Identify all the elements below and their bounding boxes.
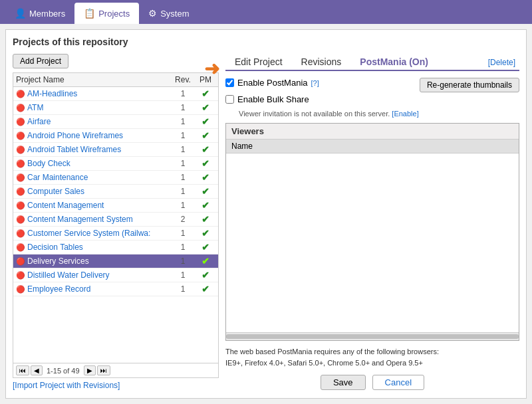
cancel-button[interactable]: Cancel xyxy=(372,375,424,390)
project-name-link[interactable]: Airfare xyxy=(27,117,170,126)
pagination-last[interactable]: ⏭ xyxy=(97,365,110,375)
project-name-link[interactable]: Decision Tables xyxy=(27,243,170,252)
nav-tab-members[interactable]: 👤 Members xyxy=(5,3,74,24)
table-row[interactable]: 🔴Employee Record1✔ xyxy=(13,282,218,296)
project-table: Project Name Rev. PM 🔴AM-Headlines1✔🔴ATM… xyxy=(13,72,219,378)
project-name-link[interactable]: Employee Record xyxy=(27,284,170,294)
project-name-link[interactable]: ATM xyxy=(27,103,170,112)
enable-bulk-share-checkbox[interactable] xyxy=(225,95,234,104)
project-rev-count: 1 xyxy=(170,256,196,266)
table-row[interactable]: 🔴Android Phone Wireframes1✔ xyxy=(13,129,218,143)
project-rev-count: 1 xyxy=(170,117,196,126)
project-rev-count: 1 xyxy=(170,284,196,294)
project-rev-count: 1 xyxy=(170,187,196,196)
tab-postmania[interactable]: PostMania (On) xyxy=(350,54,438,70)
viewers-scrollbar-thumb xyxy=(226,334,519,339)
table-row[interactable]: 🔴Airfare1✔ xyxy=(13,115,218,129)
project-pm-check: ✔ xyxy=(196,242,215,252)
project-row-icon: 🔴 xyxy=(16,285,25,294)
delete-link[interactable]: [Delete] xyxy=(484,55,519,70)
postmania-help-link[interactable]: [?] xyxy=(311,79,319,87)
top-navigation: 👤 Members 📋 Projects ⚙ System xyxy=(0,0,532,24)
table-row[interactable]: 🔴Delivery Services1✔ xyxy=(13,254,218,268)
project-row-icon: 🔴 xyxy=(16,187,25,196)
add-project-button[interactable]: Add Project xyxy=(13,54,68,68)
project-pm-check: ✔ xyxy=(196,116,215,127)
enable-postmania-checkbox[interactable] xyxy=(225,78,234,87)
project-pm-check: ✔ xyxy=(196,144,215,155)
project-name-link[interactable]: Body Check xyxy=(27,159,170,168)
left-panel: Add Project Project Name Rev. PM 🔴AM-Hea… xyxy=(13,54,219,390)
table-row[interactable]: 🔴Distilled Water Delivery1✔ xyxy=(13,268,218,282)
pagination-next[interactable]: ▶ xyxy=(84,365,96,375)
project-pm-check: ✔ xyxy=(196,214,215,225)
header-rev: Rev. xyxy=(170,75,196,84)
save-button[interactable]: Save xyxy=(321,375,366,390)
browser-note-line2: IE9+, Firefox 4.0+, Safari 5.0+, Chrome … xyxy=(225,359,423,367)
project-name-link[interactable]: Android Phone Wireframes xyxy=(27,131,170,140)
project-pm-check: ✔ xyxy=(196,158,215,169)
header-project-name: Project Name xyxy=(16,75,170,84)
project-pm-check: ✔ xyxy=(196,256,215,266)
table-row[interactable]: 🔴AM-Headlines1✔ xyxy=(13,87,218,101)
nav-tab-system[interactable]: ⚙ System xyxy=(139,3,198,24)
table-row[interactable]: 🔴Body Check1✔ xyxy=(13,157,218,171)
table-row[interactable]: 🔴ATM1✔ xyxy=(13,101,218,115)
table-row[interactable]: 🔴Decision Tables1✔ xyxy=(13,241,218,254)
table-row[interactable]: 🔴Content Management System2✔ xyxy=(13,213,218,227)
tab-edit-project[interactable]: Edit Project xyxy=(225,54,292,70)
nav-tab-projects[interactable]: 📋 Projects xyxy=(74,3,139,24)
viewers-list xyxy=(226,153,519,332)
table-row[interactable]: 🔴Computer Sales1✔ xyxy=(13,185,218,199)
project-name-link[interactable]: Car Maintenance xyxy=(27,173,170,182)
table-row[interactable]: 🔴Car Maintenance1✔ xyxy=(13,171,218,185)
viewers-name-column-header: Name xyxy=(226,140,519,153)
project-pm-check: ✔ xyxy=(196,228,215,239)
project-rev-count: 1 xyxy=(170,201,196,210)
project-row-icon: 🔴 xyxy=(16,243,25,252)
members-icon: 👤 xyxy=(15,8,26,19)
enable-bulk-share-label: Enable Bulk Share xyxy=(237,94,309,104)
table-row[interactable]: 🔴Android Tablet Wireframes1✔ xyxy=(13,143,218,157)
project-row-icon: 🔴 xyxy=(16,132,25,140)
project-name-link[interactable]: AM-Headlines xyxy=(27,89,170,98)
tab-revisions[interactable]: Revisions xyxy=(292,54,351,70)
project-name-link[interactable]: Computer Sales xyxy=(27,187,170,196)
project-row-icon: 🔴 xyxy=(16,159,25,168)
project-rev-count: 1 xyxy=(170,229,196,238)
project-pm-check: ✔ xyxy=(196,284,215,294)
project-name-link[interactable]: Distilled Water Delivery xyxy=(27,270,170,280)
viewers-scrollbar[interactable] xyxy=(226,332,519,340)
project-row-icon: 🔴 xyxy=(16,146,25,154)
project-rev-count: 2 xyxy=(170,215,196,224)
project-row-icon: 🔴 xyxy=(16,90,25,98)
pagination-first[interactable]: ⏮ xyxy=(16,365,29,375)
nav-tab-projects-label: Projects xyxy=(98,9,130,19)
viewer-invitation-text: Viewer invitation is not available on th… xyxy=(239,110,390,118)
project-name-link[interactable]: Android Tablet Wireframes xyxy=(27,145,170,154)
project-row-icon: 🔴 xyxy=(16,229,25,238)
import-project-link[interactable]: [Import Project with Revisions] xyxy=(13,381,219,390)
pagination-prev[interactable]: ◀ xyxy=(31,365,43,375)
regen-thumbnails-button[interactable]: Re-generate thumbnails xyxy=(420,78,519,92)
table-row[interactable]: 🔴Customer Service System (Railwa:1✔ xyxy=(13,227,218,241)
enable-invitation-link[interactable]: [Enable] xyxy=(392,110,418,118)
project-pm-check: ✔ xyxy=(196,172,215,183)
project-name-link[interactable]: Delivery Services xyxy=(27,256,170,266)
right-panel: ➜ Edit Project Revisions PostMania (On) … xyxy=(219,54,519,390)
project-row-icon: 🔴 xyxy=(16,118,25,126)
enable-postmania-label: Enable PostMania xyxy=(237,78,308,88)
pagination: ⏮ ◀ 1-15 of 49 ▶ ⏭ xyxy=(13,363,218,377)
project-name-link[interactable]: Customer Service System (Railwa: xyxy=(27,229,170,238)
enable-postmania-row: Enable PostMania [?] xyxy=(225,78,319,88)
columns-layout: Add Project Project Name Rev. PM 🔴AM-Hea… xyxy=(13,54,519,390)
project-name-link[interactable]: Content Management xyxy=(27,201,170,210)
project-name-link[interactable]: Content Management System xyxy=(27,215,170,224)
projects-icon: 📋 xyxy=(84,8,95,19)
project-rev-count: 1 xyxy=(170,89,196,98)
project-row-icon: 🔴 xyxy=(16,104,25,112)
project-pm-check: ✔ xyxy=(196,88,215,99)
table-row[interactable]: 🔴Content Management1✔ xyxy=(13,199,218,213)
browser-note-line1: The web based PostMania requires any of … xyxy=(225,348,439,355)
project-list: 🔴AM-Headlines1✔🔴ATM1✔🔴Airfare1✔🔴Android … xyxy=(13,87,218,363)
